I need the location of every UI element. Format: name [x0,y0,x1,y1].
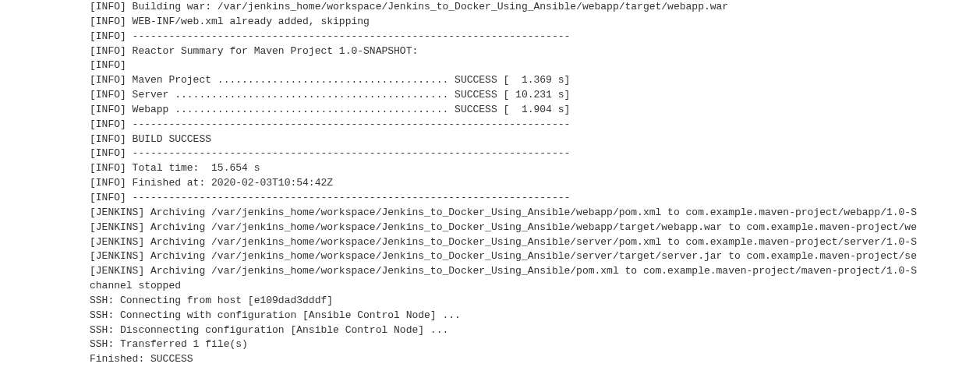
log-line: [INFO] ---------------------------------… [90,147,980,161]
log-line: [INFO] Reactor Summary for Maven Project… [90,44,980,59]
log-line: [INFO] [90,58,980,73]
log-line: [JENKINS] Archiving /var/jenkins_home/wo… [90,264,980,279]
log-line: [INFO] Finished at: 2020-02-03T10:54:42Z [90,176,980,191]
log-line: [INFO] Server ..........................… [90,88,980,103]
log-line: [JENKINS] Archiving /var/jenkins_home/wo… [90,206,980,221]
log-line: [INFO] Building war: /var/jenkins_home/w… [90,0,980,15]
log-line: [INFO] ---------------------------------… [90,118,980,132]
log-line: [INFO] BUILD SUCCESS [90,132,980,147]
log-line: [JENKINS] Archiving /var/jenkins_home/wo… [90,221,980,235]
log-line: SSH: Connecting with configuration [Ansi… [90,309,980,323]
log-line: [INFO] Total time: 15.654 s [90,161,980,176]
log-line: [JENKINS] Archiving /var/jenkins_home/wo… [90,235,980,250]
log-line: [INFO] WEB-INF/web.xml already added, sk… [90,15,980,30]
console-output: [INFO] Building war: /var/jenkins_home/w… [0,0,980,383]
log-line: [INFO] ---------------------------------… [90,30,980,44]
log-line: Finished: SUCCESS [90,352,980,367]
log-line: SSH: Connecting from host [e109dad3dddf] [90,294,980,309]
log-line: [INFO] Webapp ..........................… [90,103,980,118]
log-line: [JENKINS] Archiving /var/jenkins_home/wo… [90,249,980,264]
log-line: [INFO] Maven Project ...................… [90,73,980,88]
log-line: [INFO] ---------------------------------… [90,191,980,206]
log-line: SSH: Disconnecting configuration [Ansibl… [90,323,980,338]
log-line: channel stopped [90,279,980,294]
log-line: SSH: Transferred 1 file(s) [90,337,980,352]
